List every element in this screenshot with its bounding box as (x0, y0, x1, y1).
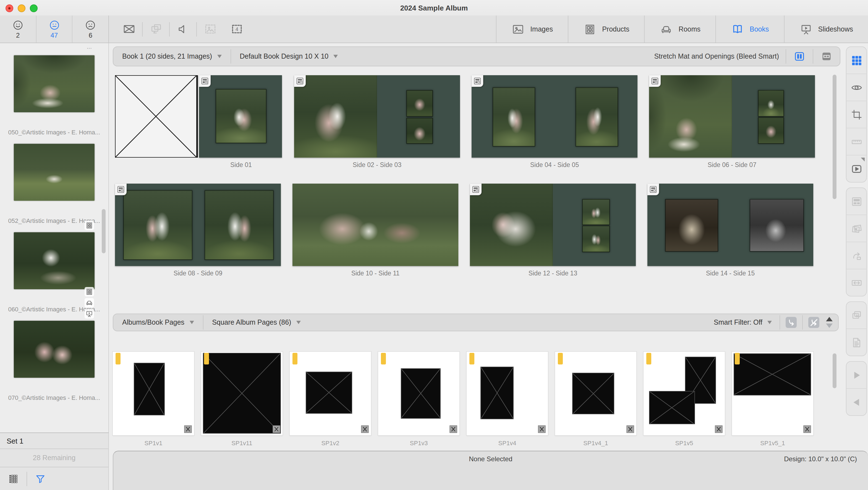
page-photo[interactable] (575, 88, 618, 147)
template-card[interactable]: SP1v5 (644, 352, 725, 446)
layout-badge[interactable] (115, 184, 127, 195)
book-dropdown[interactable]: Book 1 (20 sides, 21 Images) (113, 53, 230, 60)
spinner-up-icon[interactable] (826, 317, 833, 321)
page-photo[interactable] (292, 184, 458, 266)
image-thumbnail[interactable] (14, 321, 95, 378)
page-mat[interactable] (377, 75, 460, 158)
spread-side-08---side-09[interactable]: Side 08 - Side 09 (115, 184, 281, 277)
assign-template-button[interactable] (786, 317, 797, 328)
image-thumbnail[interactable] (14, 55, 95, 112)
play-box-button[interactable] (846, 155, 866, 182)
eye-button[interactable] (846, 73, 866, 101)
spread-side-04---side-05[interactable]: Side 04 - Side 05 (472, 75, 638, 168)
tab-products[interactable]: Products (568, 16, 644, 42)
template-card[interactable]: SP1v4 (467, 352, 548, 446)
rating-filter-frown[interactable]: 6 (72, 16, 108, 42)
two-page-view-button[interactable] (793, 50, 806, 63)
image-list-item[interactable]: 050_©Artistic Images - E. Homa... (0, 49, 108, 135)
spreads-scrollbar[interactable] (833, 75, 836, 199)
spread-side-06---side-07[interactable]: Side 06 - Side 07 (649, 75, 815, 168)
filter-button[interactable] (27, 473, 54, 485)
layout-badge[interactable] (294, 75, 306, 87)
page-mat[interactable] (472, 75, 638, 158)
image-list-item[interactable]: 070_©Artistic Images - E. Homa... (0, 312, 108, 401)
filmstrip-view-button[interactable] (820, 50, 833, 63)
page-photo[interactable] (406, 118, 433, 144)
page-mat[interactable] (732, 75, 815, 158)
page-photo[interactable] (582, 200, 610, 225)
page-mat[interactable] (647, 184, 813, 266)
zoom-button[interactable] (30, 4, 38, 12)
layout-badge[interactable] (472, 75, 483, 87)
unassign-template-button[interactable] (808, 317, 819, 328)
crop-button[interactable] (846, 101, 866, 128)
close-button[interactable] (5, 4, 13, 12)
email-button[interactable] (116, 16, 142, 42)
remove-badge[interactable] (273, 425, 280, 433)
layout-badge[interactable] (199, 75, 211, 87)
tab-images[interactable]: Images (496, 16, 568, 42)
rating-filter-smile[interactable]: 2 (0, 16, 36, 42)
album-pages-dropdown[interactable]: Square Album Pages (86) (203, 318, 309, 326)
page-mat[interactable] (553, 184, 636, 266)
grid-view-button[interactable] (846, 47, 866, 73)
remove-badge[interactable] (626, 425, 634, 433)
template-card[interactable]: SP1v5_1 (732, 352, 813, 446)
image-thumbnail[interactable] (14, 144, 95, 201)
template-card[interactable]: SP1v2 (290, 352, 371, 446)
page-photo[interactable] (758, 90, 784, 117)
template-card[interactable]: SP1v1 (113, 352, 194, 446)
page-photo[interactable] (406, 90, 433, 117)
layout-badge[interactable] (649, 75, 661, 87)
sound-button[interactable] (170, 16, 196, 42)
page-photo[interactable] (749, 200, 804, 252)
layout-badge[interactable] (647, 184, 659, 195)
page-photo[interactable] (205, 190, 274, 259)
thumbnail-size-button[interactable] (0, 473, 27, 485)
template-card[interactable]: SP1v11 (201, 352, 282, 446)
page-photo[interactable] (492, 88, 535, 147)
rating-filter-meh[interactable]: 47 (36, 16, 72, 42)
minimize-button[interactable] (18, 4, 25, 12)
pages-dropdown[interactable]: Albums/Book Pages (113, 318, 203, 326)
page-mat[interactable] (115, 184, 281, 266)
template-card[interactable]: SP1v3 (378, 352, 459, 446)
image-list-item[interactable]: 052_©Artistic Images - E. Homa... (0, 135, 108, 224)
tab-slideshows[interactable]: Slideshows (784, 16, 868, 42)
window-title: 2024 Sample Album (400, 4, 468, 12)
page-photo[interactable] (582, 226, 610, 252)
document-icon (850, 336, 863, 349)
multi-image-marquee-button[interactable]: 4 (223, 16, 250, 42)
template-scrollbar[interactable] (833, 354, 836, 388)
page-photo[interactable] (294, 75, 377, 158)
page-photo[interactable] (758, 117, 784, 144)
page-photo[interactable] (216, 89, 267, 143)
design-dropdown[interactable]: Default Book Design 10 X 10 (231, 53, 347, 60)
page-photo[interactable] (470, 184, 553, 266)
tab-books[interactable]: Books (715, 16, 784, 42)
remove-badge[interactable] (361, 425, 369, 433)
smart-filter-dropdown[interactable]: Smart Filter: Off (712, 318, 774, 326)
remove-badge[interactable] (184, 425, 192, 433)
remove-badge[interactable] (715, 425, 722, 433)
set-label[interactable]: Set 1 (0, 433, 108, 449)
spinner-down-icon[interactable] (826, 324, 833, 328)
spread-side-12---side-13[interactable]: Side 12 - Side 13 (470, 184, 636, 277)
page-photo[interactable] (649, 75, 732, 158)
remove-badge[interactable] (450, 425, 457, 433)
sidebar-scrollbar[interactable] (102, 209, 105, 253)
spread-side-02---side-03[interactable]: Side 02 - Side 03 (294, 75, 460, 168)
page-mat[interactable] (199, 75, 282, 158)
cover-placeholder[interactable] (115, 75, 197, 158)
remove-badge[interactable] (803, 425, 811, 433)
spread-side-01[interactable]: Side 01 (115, 75, 282, 168)
spread-side-10---side-11[interactable]: Side 10 - Side 11 (292, 184, 458, 277)
tab-rooms[interactable]: Rooms (644, 16, 715, 42)
layout-badge[interactable] (470, 184, 482, 195)
page-photo[interactable] (665, 200, 718, 252)
remove-badge[interactable] (538, 425, 546, 433)
template-card[interactable]: SP1v4_1 (555, 352, 637, 446)
spread-side-14---side-15[interactable]: Side 14 - Side 15 (647, 184, 813, 277)
image-thumbnail[interactable] (14, 232, 95, 289)
page-photo[interactable] (123, 190, 192, 259)
